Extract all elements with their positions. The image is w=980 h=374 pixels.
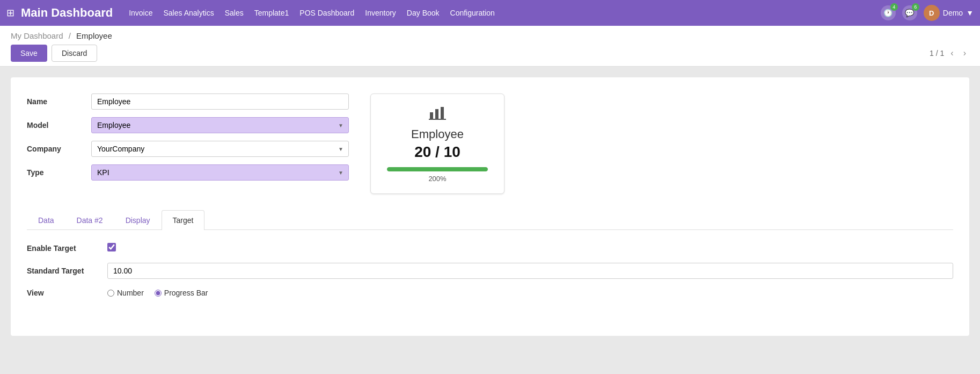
view-label: View (27, 289, 107, 297)
target-tab-content: Enable Target Standard Target View (27, 230, 953, 320)
top-navigation: ⊞ Main Dashboard Invoice Sales Analytics… (0, 0, 980, 26)
company-select[interactable]: YourCompany (91, 141, 349, 157)
pagination: 1 / 1 ‹ › (930, 47, 969, 59)
kpi-value: 20 / 10 (387, 143, 488, 161)
standard-target-label: Standard Target (27, 267, 107, 275)
standard-target-row: Standard Target (27, 263, 953, 279)
breadcrumb-separator: / (69, 31, 71, 40)
model-row: Model Employee (27, 117, 349, 133)
view-progress-text: Progress Bar (164, 289, 208, 297)
model-select-wrapper: Employee (91, 117, 349, 133)
chat-badge: 6 (912, 3, 919, 11)
nav-configuration[interactable]: Configuration (450, 9, 495, 17)
app-grid-icon[interactable]: ⊞ (6, 7, 14, 19)
kpi-progress-bar (387, 167, 488, 171)
user-menu[interactable]: D Demo ▼ (924, 5, 974, 21)
tabs-bar: Data Data #2 Display Target (27, 210, 953, 230)
svg-rect-1 (435, 109, 438, 119)
company-row: Company YourCompany (27, 141, 349, 157)
type-select[interactable]: KPI (91, 164, 349, 181)
enable-target-checkbox[interactable] (107, 243, 116, 251)
pagination-next[interactable]: › (960, 47, 969, 59)
pagination-prev[interactable]: ‹ (947, 47, 956, 59)
nav-right: 🕐 4 💬 6 D Demo ▼ (881, 5, 974, 21)
kpi-title: Employee (387, 127, 488, 141)
kpi-preview-card: Employee 20 / 10 200% (370, 94, 504, 194)
svg-rect-2 (441, 107, 444, 119)
app-title: Main Dashboard (21, 6, 113, 20)
type-select-wrapper: KPI (91, 164, 349, 181)
model-select[interactable]: Employee (91, 117, 349, 133)
clock-badge: 4 (890, 3, 898, 11)
model-label: Model (27, 121, 91, 130)
breadcrumb-parent[interactable]: My Dashboard (11, 31, 63, 40)
form-card: Name Model Employee Company You (11, 77, 969, 336)
nav-day-book[interactable]: Day Book (407, 9, 440, 17)
nav-invoice[interactable]: Invoice (129, 9, 152, 17)
clock-notification[interactable]: 🕐 4 (881, 5, 896, 20)
view-number-text: Number (117, 289, 144, 297)
view-progress-radio[interactable] (155, 290, 162, 297)
tabs-section: Data Data #2 Display Target Enable Targe… (27, 210, 953, 320)
main-content: Name Model Employee Company You (0, 67, 980, 347)
view-radio-group: Number Progress Bar (107, 289, 953, 297)
action-buttons: Save Discard (11, 45, 97, 62)
nav-template1[interactable]: Template1 (254, 9, 289, 17)
tab-display[interactable]: Display (114, 210, 162, 230)
enable-target-value (107, 243, 953, 253)
svg-rect-0 (430, 112, 433, 119)
form-fields: Name Model Employee Company You (27, 94, 349, 188)
view-value: Number Progress Bar (107, 289, 953, 297)
chat-notification[interactable]: 💬 6 (902, 5, 917, 20)
type-label: Type (27, 168, 91, 177)
breadcrumb-current: Employee (76, 31, 112, 40)
tab-data[interactable]: Data (27, 210, 65, 230)
kpi-progress-fill (387, 167, 488, 171)
name-input[interactable] (91, 94, 349, 110)
user-dropdown-icon: ▼ (966, 9, 974, 17)
tab-target[interactable]: Target (162, 210, 205, 230)
enable-target-label: Enable Target (27, 244, 107, 253)
user-name: Demo (943, 9, 963, 17)
name-row: Name (27, 94, 349, 110)
company-label: Company (27, 145, 91, 153)
standard-target-input[interactable] (107, 263, 953, 279)
action-bar: Save Discard 1 / 1 ‹ › (11, 45, 969, 66)
kpi-percent: 200% (387, 175, 488, 183)
view-number-label[interactable]: Number (107, 289, 144, 297)
name-label: Name (27, 97, 91, 106)
enable-target-row: Enable Target (27, 243, 953, 253)
nav-inventory[interactable]: Inventory (365, 9, 396, 17)
avatar: D (924, 5, 940, 21)
view-progress-label[interactable]: Progress Bar (155, 289, 208, 297)
company-select-wrapper: YourCompany (91, 141, 349, 157)
nav-sales[interactable]: Sales (225, 9, 244, 17)
discard-button[interactable]: Discard (52, 45, 97, 62)
tab-data2[interactable]: Data #2 (65, 210, 114, 230)
nav-sales-analytics[interactable]: Sales Analytics (164, 9, 214, 17)
breadcrumb: My Dashboard / Employee (11, 31, 969, 40)
nav-pos-dashboard[interactable]: POS Dashboard (299, 9, 354, 17)
nav-links: Invoice Sales Analytics Sales Template1 … (129, 9, 881, 17)
standard-target-value (107, 263, 953, 279)
sub-header: My Dashboard / Employee Save Discard 1 /… (0, 26, 980, 67)
view-number-radio[interactable] (107, 290, 114, 297)
type-row: Type KPI (27, 164, 349, 181)
save-button[interactable]: Save (11, 45, 47, 62)
view-row: View Number Progress Bar (27, 289, 953, 297)
kpi-chart-icon (387, 105, 488, 123)
pagination-info: 1 / 1 (930, 49, 944, 57)
form-section: Name Model Employee Company You (27, 94, 953, 194)
